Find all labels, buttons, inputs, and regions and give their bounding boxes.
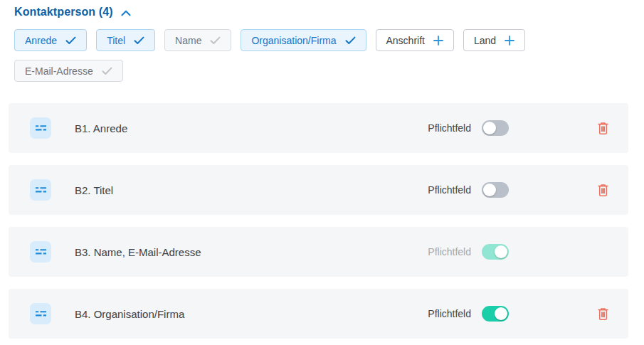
delete-button[interactable] bbox=[596, 121, 609, 135]
toggle-knob bbox=[495, 307, 507, 320]
drag-handle-icon[interactable] bbox=[30, 303, 51, 324]
pflichtfeld-label: Pflichtfeld bbox=[428, 122, 471, 134]
chip-land[interactable]: Land bbox=[463, 29, 525, 51]
drag-handle-icon[interactable] bbox=[30, 117, 51, 139]
toggle-knob bbox=[495, 245, 507, 258]
pflichtfeld-toggle bbox=[482, 244, 509, 260]
plus-icon bbox=[433, 36, 443, 46]
field-chip-list: Anrede Titel Name Organisation/Firma Ans… bbox=[14, 29, 630, 82]
check-icon bbox=[134, 36, 144, 45]
row-label: B1. Anrede bbox=[75, 122, 127, 134]
delete-button[interactable] bbox=[596, 183, 609, 197]
check-icon bbox=[102, 67, 112, 75]
pflichtfeld-toggle[interactable] bbox=[482, 182, 509, 198]
chip-anschrift[interactable]: Anschrift bbox=[376, 29, 454, 51]
chip-label: E-Mail-Adresse bbox=[25, 65, 93, 77]
row-label: B3. Name, E-Mail-Adresse bbox=[75, 246, 201, 258]
check-icon bbox=[210, 36, 221, 45]
field-row-b2: B2. Titel Pflichtfeld bbox=[9, 165, 628, 215]
plus-icon bbox=[505, 36, 514, 46]
chip-email-adresse: E-Mail-Adresse bbox=[14, 60, 123, 82]
pflichtfeld-toggle[interactable] bbox=[482, 120, 509, 136]
chip-label: Organisation/Firma bbox=[251, 35, 336, 46]
pflichtfeld-label: Pflichtfeld bbox=[428, 308, 471, 319]
chevron-up-icon[interactable] bbox=[121, 10, 131, 16]
drag-handle-icon[interactable] bbox=[30, 179, 51, 201]
field-row-b4: B4. Organisation/Firma Pflichtfeld bbox=[9, 289, 628, 339]
field-row-list: B1. Anrede Pflichtfeld B2. Titel Pflicht… bbox=[9, 103, 628, 339]
field-row-b1: B1. Anrede Pflichtfeld bbox=[9, 103, 628, 153]
chip-titel[interactable]: Titel bbox=[96, 29, 155, 51]
chip-label: Name bbox=[175, 35, 201, 46]
chip-organisation-firma[interactable]: Organisation/Firma bbox=[241, 29, 366, 51]
toggle-knob bbox=[483, 184, 496, 196]
pflichtfeld-toggle[interactable] bbox=[482, 306, 509, 322]
chip-label: Land bbox=[474, 35, 496, 46]
delete-button[interactable] bbox=[596, 307, 609, 321]
row-label: B2. Titel bbox=[75, 184, 113, 196]
chip-label: Anschrift bbox=[386, 35, 425, 46]
check-icon bbox=[65, 36, 76, 45]
row-label: B4. Organisation/Firma bbox=[75, 308, 184, 320]
section-header[interactable]: Kontaktperson (4) bbox=[14, 6, 630, 18]
kontaktperson-section: Kontaktperson (4) Anrede Titel Name Orga… bbox=[0, 0, 644, 339]
field-row-b3: B3. Name, E-Mail-Adresse Pflichtfeld bbox=[9, 227, 628, 277]
chip-anrede[interactable]: Anrede bbox=[14, 29, 87, 51]
trash-icon bbox=[597, 307, 609, 321]
chip-name: Name bbox=[164, 29, 231, 51]
section-title: Kontaktperson (4) bbox=[14, 6, 113, 18]
trash-icon bbox=[597, 183, 609, 197]
toggle-knob bbox=[483, 122, 496, 134]
drag-handle-icon[interactable] bbox=[30, 241, 51, 262]
chip-label: Titel bbox=[107, 35, 125, 46]
pflichtfeld-label: Pflichtfeld bbox=[428, 246, 471, 258]
pflichtfeld-label: Pflichtfeld bbox=[428, 184, 471, 196]
check-icon bbox=[345, 36, 356, 45]
trash-icon bbox=[597, 121, 609, 135]
chip-label: Anrede bbox=[25, 35, 57, 46]
